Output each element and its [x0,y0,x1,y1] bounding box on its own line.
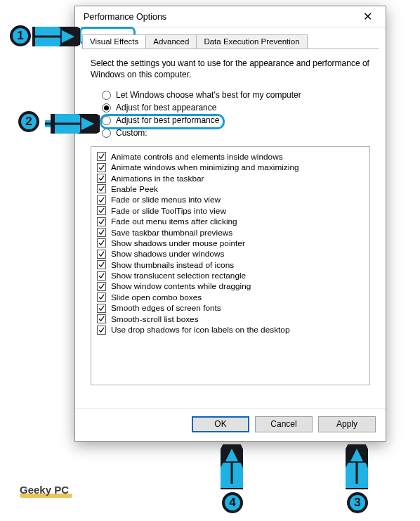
checkbox-option[interactable]: Animations in the taskbar [97,174,364,184]
tab-advanced[interactable]: Advanced [145,34,197,49]
checkbox-label: Save taskbar thumbnail previews [111,228,232,238]
checkbox-option[interactable]: Show shadows under windows [97,249,364,259]
checkbox-option[interactable]: Smooth-scroll list boxes [97,314,364,324]
checkbox-label: Fade or slide menus into view [111,195,221,205]
checkbox-label: Show shadows under windows [111,249,224,259]
cancel-button[interactable]: Cancel [255,416,313,432]
checkbox-icon [97,282,106,291]
checkbox-option[interactable]: Fade out menu items after clicking [97,217,364,226]
checkbox-icon [97,152,106,161]
close-icon: ✕ [363,10,372,23]
watermark: Geeky PC [20,484,72,498]
checkbox-label: Animate controls and elements inside win… [111,152,283,162]
callout-number: 2 [25,115,32,129]
callout-2: 2 [18,111,39,132]
checkbox-option[interactable]: Animate controls and elements inside win… [97,152,364,162]
apply-button[interactable]: Apply [318,416,376,432]
tab-visual-effects[interactable]: Visual Effects [82,34,146,49]
arrow-icon [42,114,100,134]
visual-effects-listbox[interactable]: Animate controls and elements inside win… [91,146,370,385]
button-label: Apply [336,419,357,429]
button-label: Cancel [270,419,296,429]
callout-1: 1 [10,25,31,46]
tab-label: Advanced [153,37,189,46]
checkbox-label: Slide open combo boxes [111,292,202,302]
checkbox-icon [97,271,106,281]
tab-label: Visual Effects [90,37,138,46]
tab-label: Data Execution Prevention [204,37,299,46]
checkbox-label: Use drop shadows for icon labels on the … [111,325,289,335]
callout-3: 3 [347,492,368,513]
tab-bar: Visual Effects Advanced Data Execution P… [75,27,386,49]
radio-icon [102,129,111,138]
checkbox-option[interactable]: Slide open combo boxes [97,292,364,302]
radio-icon [102,91,111,100]
titlebar[interactable]: Performance Options ✕ [75,6,386,27]
tab-data-execution-prevention[interactable]: Data Execution Prevention [196,34,307,49]
checkbox-option[interactable]: Use drop shadows for icon labels on the … [97,325,364,335]
radio-icon [102,116,111,125]
checkbox-option[interactable]: Enable Peek [97,184,364,194]
radio-label: Adjust for best performance [116,115,219,125]
checkbox-icon [97,260,106,269]
arrow-icon [346,444,368,489]
checkbox-option[interactable]: Smooth edges of screen fonts [97,303,364,313]
checkbox-option[interactable]: Save taskbar thumbnail previews [97,228,364,238]
tab-content-visual-effects: Select the settings you want to use for … [75,49,386,409]
checkbox-icon [97,250,106,259]
checkbox-icon [97,228,106,237]
checkbox-label: Show shadows under mouse pointer [111,238,245,248]
radio-label: Adjust for best appearance [116,103,216,112]
dialog-button-row: OK Cancel Apply [75,409,386,441]
checkbox-icon [97,195,106,205]
description-text: Select the settings you want to use for … [91,58,370,80]
checkbox-option[interactable]: Fade or slide menus into view [97,195,364,205]
checkbox-option[interactable]: Show shadows under mouse pointer [97,238,364,248]
radio-icon [102,103,111,112]
watermark-text: Geeky PC [20,484,69,496]
checkbox-icon [97,326,106,335]
checkbox-label: Show thumbnails instead of icons [111,260,234,270]
checkbox-icon [97,292,106,302]
checkbox-label: Enable Peek [111,184,158,194]
checkbox-icon [97,163,106,172]
checkbox-label: Show window contents while dragging [111,281,251,291]
radio-group: Let Windows choose what's best for my co… [102,87,373,141]
window-title: Performance Options [84,12,353,22]
checkbox-icon [97,238,106,247]
checkbox-label: Animate windows when minimizing and maxi… [111,162,299,172]
checkbox-option[interactable]: Fade or slide ToolTips into view [97,206,364,216]
checkbox-icon [97,206,106,215]
radio-label: Let Windows choose what's best for my co… [116,90,301,100]
checkbox-icon [97,314,106,323]
checkbox-label: Fade out menu items after clicking [111,217,237,226]
checkbox-label: Smooth-scroll list boxes [111,314,199,324]
checkbox-option[interactable]: Animate windows when minimizing and maxi… [97,162,364,172]
close-button[interactable]: ✕ [353,8,381,25]
checkbox-label: Fade or slide ToolTips into view [111,206,226,216]
radio-best-performance[interactable]: Adjust for best performance [102,115,373,125]
checkbox-label: Animations in the taskbar [111,174,204,184]
radio-custom[interactable]: Custom: [102,128,373,138]
button-label: OK [214,419,226,429]
checkbox-option[interactable]: Show thumbnails instead of icons [97,260,364,270]
performance-options-dialog: Performance Options ✕ Visual Effects Adv… [74,6,386,442]
radio-best-appearance[interactable]: Adjust for best appearance [102,103,373,112]
arrow-icon [221,444,243,489]
checkbox-label: Show translucent selection rectangle [111,271,246,281]
checkbox-icon [97,217,106,226]
checkbox-option[interactable]: Show translucent selection rectangle [97,271,364,281]
radio-label: Custom: [116,128,147,138]
radio-let-windows-choose[interactable]: Let Windows choose what's best for my co… [102,90,373,100]
callout-number: 4 [229,496,235,510]
callout-4: 4 [222,492,243,513]
arrow-icon [32,27,80,46]
checkbox-icon [97,184,106,193]
callout-number: 1 [17,29,23,43]
checkbox-icon [97,304,106,313]
checkbox-icon [97,174,106,183]
callout-number: 3 [354,496,360,510]
ok-button[interactable]: OK [192,416,249,432]
checkbox-label: Smooth edges of screen fonts [111,303,221,313]
checkbox-option[interactable]: Show window contents while dragging [97,281,364,291]
